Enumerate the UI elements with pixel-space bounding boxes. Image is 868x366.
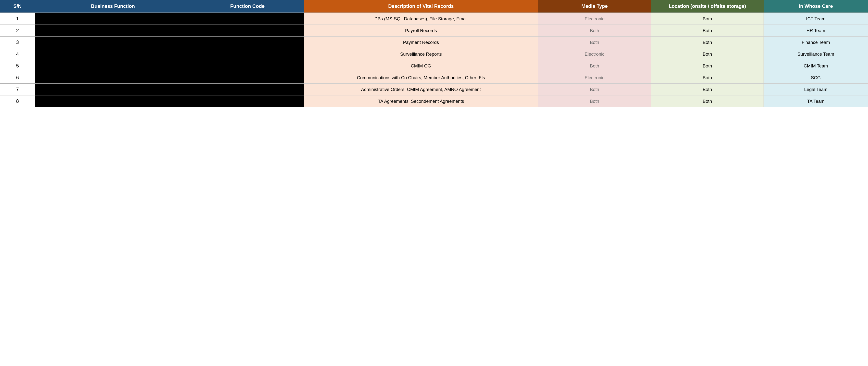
table-row: 4Surveillance ReportsElectronicBothSurve… [0, 48, 868, 60]
header-code: Function Code [191, 0, 304, 13]
cell-media: Both [538, 60, 651, 72]
table-row: 1DBs (MS-SQL Databases), File Storage, E… [0, 13, 868, 25]
cell-care: Legal Team [764, 84, 868, 95]
cell-code [191, 95, 304, 107]
cell-code [191, 72, 304, 84]
cell-business [35, 95, 191, 107]
cell-code [191, 48, 304, 60]
header-sn: S/N [0, 0, 35, 13]
cell-sn: 3 [0, 36, 35, 48]
cell-media: Electronic [538, 13, 651, 25]
table-row: 3Payment RecordsBothBothFinance Team [0, 36, 868, 48]
cell-location: Both [651, 48, 764, 60]
cell-care: Finance Team [764, 36, 868, 48]
vital-records-table: S/N Business Function Function Code Desc… [0, 0, 868, 107]
cell-description: Surveillance Reports [304, 48, 538, 60]
table-row: 8TA Agreements, Secondement AgreementsBo… [0, 95, 868, 107]
cell-description: Payroll Records [304, 25, 538, 36]
cell-description: Administrative Orders, CMIM Agreement, A… [304, 84, 538, 95]
cell-sn: 5 [0, 60, 35, 72]
header-business: Business Function [35, 0, 191, 13]
table-row: 2Payroll RecordsBothBothHR Team [0, 25, 868, 36]
cell-description: CMIM OG [304, 60, 538, 72]
cell-sn: 4 [0, 48, 35, 60]
cell-location: Both [651, 13, 764, 25]
cell-location: Both [651, 72, 764, 84]
cell-location: Both [651, 95, 764, 107]
cell-business [35, 13, 191, 25]
table-row: 5CMIM OGBothBothCMIM Team [0, 60, 868, 72]
cell-business [35, 84, 191, 95]
cell-description: DBs (MS-SQL Databases), File Storage, Em… [304, 13, 538, 25]
cell-media: Both [538, 25, 651, 36]
cell-media: Electronic [538, 48, 651, 60]
cell-code [191, 13, 304, 25]
cell-sn: 2 [0, 25, 35, 36]
cell-code [191, 25, 304, 36]
cell-care: HR Team [764, 25, 868, 36]
cell-business [35, 60, 191, 72]
cell-sn: 6 [0, 72, 35, 84]
cell-code [191, 60, 304, 72]
cell-description: Payment Records [304, 36, 538, 48]
cell-location: Both [651, 60, 764, 72]
cell-media: Both [538, 84, 651, 95]
cell-sn: 1 [0, 13, 35, 25]
cell-code [191, 36, 304, 48]
cell-business [35, 36, 191, 48]
cell-location: Both [651, 25, 764, 36]
cell-sn: 7 [0, 84, 35, 95]
cell-care: Surveillance Team [764, 48, 868, 60]
cell-description: Communications with Co Chairs, Member Au… [304, 72, 538, 84]
cell-care: CMIM Team [764, 60, 868, 72]
cell-business [35, 25, 191, 36]
header-media: Media Type [538, 0, 651, 13]
cell-location: Both [651, 36, 764, 48]
cell-media: Electronic [538, 72, 651, 84]
cell-care: SCG [764, 72, 868, 84]
cell-business [35, 48, 191, 60]
header-row: S/N Business Function Function Code Desc… [0, 0, 868, 13]
cell-care: ICT Team [764, 13, 868, 25]
cell-media: Both [538, 36, 651, 48]
table-row: 7Administrative Orders, CMIM Agreement, … [0, 84, 868, 95]
table-row: 6Communications with Co Chairs, Member A… [0, 72, 868, 84]
header-care: In Whose Care [764, 0, 868, 13]
cell-code [191, 84, 304, 95]
header-description: Description of Vital Records [304, 0, 538, 13]
cell-location: Both [651, 84, 764, 95]
cell-sn: 8 [0, 95, 35, 107]
cell-business [35, 72, 191, 84]
header-location: Location (onsite / offsite storage) [651, 0, 764, 13]
cell-media: Both [538, 95, 651, 107]
cell-care: TA Team [764, 95, 868, 107]
cell-description: TA Agreements, Secondement Agreements [304, 95, 538, 107]
